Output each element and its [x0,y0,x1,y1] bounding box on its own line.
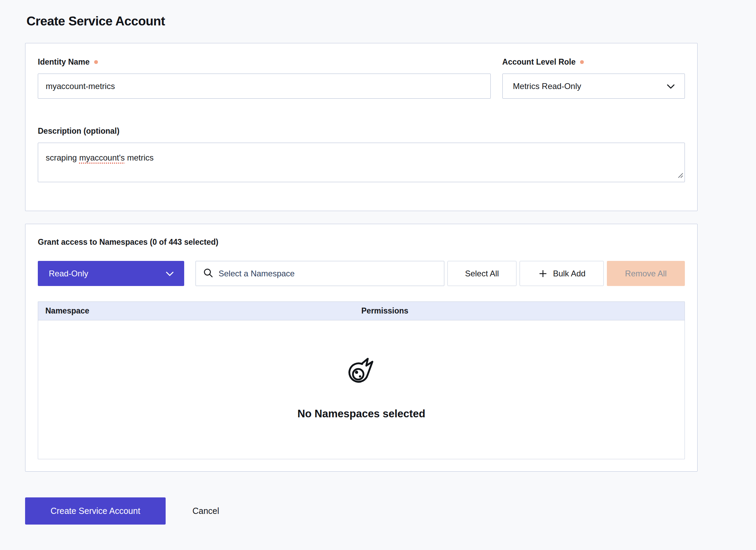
column-header-namespace: Namespace [38,306,362,316]
identity-name-label: Identity Name [38,57,491,67]
page-title: Create Service Account [26,14,698,29]
namespaces-card: Grant access to Namespaces (0 of 443 sel… [25,224,698,472]
chevron-down-icon [665,81,676,92]
create-service-account-button[interactable]: Create Service Account [25,497,166,525]
permission-role-value: Read-Only [49,269,88,278]
empty-state-message: No Namespaces selected [297,408,425,420]
namespaces-heading: Grant access to Namespaces (0 of 443 sel… [38,237,685,247]
misspelled-word: myaccount's [79,153,125,162]
cancel-button[interactable]: Cancel [192,506,219,516]
bulk-add-button[interactable]: Bulk Add [520,261,604,286]
namespace-search-input[interactable] [219,269,437,278]
chevron-down-icon [164,268,175,279]
account-level-role-label: Account Level Role [502,57,685,67]
account-level-role-field: Account Level Role Metrics Read-Only [502,57,685,99]
namespaces-table-empty-state: No Namespaces selected [38,320,685,459]
required-indicator [580,60,584,64]
comet-icon [345,355,378,390]
description-field: Description (optional) scraping myaccoun… [38,126,685,182]
permission-role-dropdown[interactable]: Read-Only [38,261,184,286]
namespaces-table: Namespace Permissions No Namespaces sele… [38,301,685,459]
namespace-search[interactable] [196,261,444,286]
identity-name-input[interactable] [38,74,491,99]
required-indicator [94,60,98,64]
description-label: Description (optional) [38,126,685,136]
resize-handle-icon[interactable] [677,170,683,181]
account-level-role-select[interactable]: Metrics Read-Only [502,74,685,99]
footer-actions: Create Service Account Cancel [25,497,698,525]
column-header-permissions: Permissions [362,306,685,316]
plus-icon [538,268,548,279]
remove-all-button: Remove All [607,261,685,286]
description-textarea[interactable]: scraping myaccount's metrics [38,143,685,182]
select-all-button[interactable]: Select All [447,261,516,286]
identity-card: Identity Name Account Level Role Metrics… [25,43,698,211]
create-service-account-page: Create Service Account Identity Name Acc… [0,0,698,525]
search-icon [203,267,213,279]
account-level-role-value: Metrics Read-Only [513,81,581,91]
identity-name-field: Identity Name [38,57,491,99]
namespaces-table-header: Namespace Permissions [38,302,685,320]
